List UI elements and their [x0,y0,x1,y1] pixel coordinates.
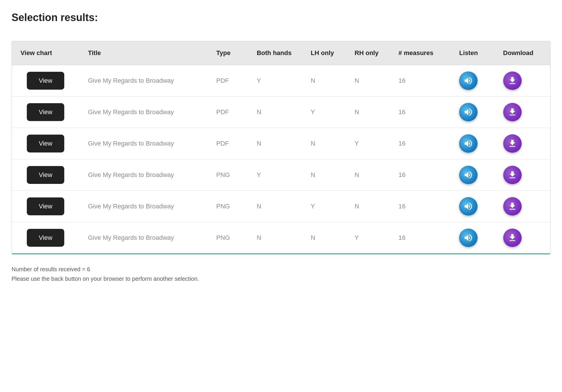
page-title: Selection results: [12,12,550,24]
title-cell: Give My Regards to Broadway [79,65,208,97]
measures-cell: 16 [390,128,451,159]
download-cell [495,65,550,97]
view-chart-cell: View [12,191,79,222]
download-button[interactable] [503,103,522,121]
title-cell: Give My Regards to Broadway [79,128,208,159]
view-button[interactable]: View [27,103,64,121]
col-header-both-hands: Both hands [248,41,302,65]
measures-cell: 16 [390,65,451,97]
table-row: View Give My Regards to Broadway PNG Y N… [12,159,550,191]
table-row: View Give My Regards to Broadway PNG N Y… [12,191,550,222]
col-header-view-chart: View chart [12,41,79,65]
lh-only-cell: N [302,128,346,159]
col-header-rh-only: RH only [346,41,390,65]
download-cell [495,128,550,159]
lh-only-cell: Y [302,191,346,222]
table-row: View Give My Regards to Broadway PDF N Y… [12,97,550,128]
view-chart-cell: View [12,97,79,128]
rh-only-cell: Y [346,222,390,254]
listen-cell [450,191,494,222]
both-hands-cell: N [248,191,302,222]
rh-only-cell: N [346,159,390,191]
listen-cell [450,128,494,159]
col-header-type: Type [208,41,248,65]
col-header-listen: Listen [450,41,494,65]
rh-only-cell: Y [346,128,390,159]
view-button[interactable]: View [27,72,64,90]
view-button[interactable]: View [27,197,64,215]
table-header-row: View chart Title Type Both hands LH only… [12,41,550,65]
listen-button[interactable] [459,197,478,216]
title-cell: Give My Regards to Broadway [79,159,208,191]
view-chart-cell: View [12,65,79,97]
table-row: View Give My Regards to Broadway PDF N N… [12,128,550,159]
download-button[interactable] [503,166,522,184]
both-hands-cell: Y [248,65,302,97]
lh-only-cell: N [302,65,346,97]
title-cell: Give My Regards to Broadway [79,222,208,254]
listen-button[interactable] [459,166,478,184]
type-cell: PDF [208,128,248,159]
both-hands-cell: N [248,222,302,254]
download-button[interactable] [503,197,522,216]
type-cell: PNG [208,191,248,222]
measures-cell: 16 [390,222,451,254]
rh-only-cell: N [346,191,390,222]
back-message: Please use the back button on your brows… [12,276,550,282]
listen-cell [450,65,494,97]
both-hands-cell: N [248,128,302,159]
measures-cell: 16 [390,97,451,128]
download-cell [495,97,550,128]
download-button[interactable] [503,229,522,247]
view-button[interactable]: View [27,229,64,247]
lh-only-cell: Y [302,97,346,128]
type-cell: PDF [208,65,248,97]
view-chart-cell: View [12,222,79,254]
both-hands-cell: N [248,97,302,128]
type-cell: PNG [208,222,248,254]
download-button[interactable] [503,134,522,153]
measures-cell: 16 [390,159,451,191]
listen-button[interactable] [459,71,478,90]
both-hands-cell: Y [248,159,302,191]
download-cell [495,222,550,254]
view-chart-cell: View [12,159,79,191]
listen-cell [450,97,494,128]
col-header-download: Download [495,41,550,65]
col-header-title: Title [79,41,208,65]
results-table: View chart Title Type Both hands LH only… [12,41,550,254]
listen-cell [450,222,494,254]
listen-button[interactable] [459,134,478,153]
table-row: View Give My Regards to Broadway PDF Y N… [12,65,550,97]
listen-button[interactable] [459,229,478,247]
results-count: Number of results received = 6 [12,266,550,273]
type-cell: PNG [208,159,248,191]
table-row: View Give My Regards to Broadway PNG N N… [12,222,550,254]
col-header-lh-only: LH only [302,41,346,65]
listen-cell [450,159,494,191]
download-cell [495,191,550,222]
lh-only-cell: N [302,222,346,254]
title-cell: Give My Regards to Broadway [79,191,208,222]
view-button[interactable]: View [27,135,64,152]
download-button[interactable] [503,71,522,90]
results-table-container: View chart Title Type Both hands LH only… [12,41,550,255]
view-button[interactable]: View [27,166,64,184]
title-cell: Give My Regards to Broadway [79,97,208,128]
rh-only-cell: N [346,65,390,97]
download-cell [495,159,550,191]
col-header-measures: # measures [390,41,451,65]
measures-cell: 16 [390,191,451,222]
rh-only-cell: N [346,97,390,128]
view-chart-cell: View [12,128,79,159]
type-cell: PDF [208,97,248,128]
lh-only-cell: N [302,159,346,191]
listen-button[interactable] [459,103,478,121]
